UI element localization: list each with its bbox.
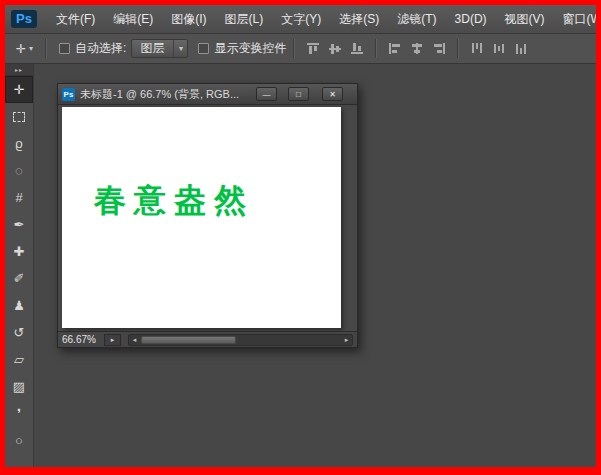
lasso-tool-icon: ϱ — [15, 136, 22, 151]
menu-file[interactable]: 文件(F) — [47, 5, 104, 33]
menu-3d[interactable]: 3D(D) — [446, 5, 496, 33]
tools-panel-collapse-button[interactable]: ▸▸ — [5, 64, 33, 76]
document-canvas[interactable]: 春意盎然 — [62, 107, 341, 328]
distribute-bottom-edges-icon[interactable] — [511, 39, 530, 58]
menu-layer[interactable]: 图层(L) — [216, 5, 273, 33]
canvas-text: 春意盎然 — [94, 179, 254, 223]
scroll-right-arrow-icon[interactable]: ▸ — [341, 335, 352, 345]
crop-tool-icon: # — [15, 190, 22, 205]
show-transform-controls-label: 显示变换控件 — [214, 40, 286, 57]
history-brush-tool-icon: ↺ — [14, 325, 25, 340]
distribute-top-edges-icon[interactable] — [467, 39, 486, 58]
photoshop-logo-icon: Ps — [11, 10, 37, 28]
align-vertical-centers-icon[interactable] — [325, 39, 344, 58]
document-title: 未标题-1 @ 66.7% (背景, RGB... — [80, 87, 245, 102]
close-icon: ✕ — [329, 90, 336, 99]
spot-healing-brush-tool-icon: ✚ — [14, 244, 25, 259]
quick-selection-tool[interactable]: ◌ — [5, 157, 33, 184]
rectangular-marquee-tool[interactable] — [5, 103, 33, 130]
eraser-tool-icon: ▱ — [14, 352, 24, 367]
separator — [293, 39, 294, 58]
status-info-button[interactable]: ▸ — [104, 334, 121, 346]
rectangular-marquee-tool-icon — [13, 112, 25, 122]
minimize-button[interactable]: — — [256, 87, 277, 101]
quick-selection-tool-icon: ◌ — [15, 163, 23, 178]
crop-tool[interactable]: # — [5, 184, 33, 211]
clone-stamp-tool[interactable]: ♟ — [5, 292, 33, 319]
auto-select-target-value: 图层 — [132, 40, 173, 57]
dodge-tool[interactable]: ○ — [5, 427, 33, 454]
options-bar: ✛ ▾ 自动选择: 图层 ▾ 显示变换控件 — [5, 34, 596, 64]
document-window: Ps 未标题-1 @ 66.7% (背景, RGB... — □ ✕ 春意盎然 … — [57, 83, 358, 348]
menu-filter[interactable]: 滤镜(T) — [388, 5, 445, 33]
menu-edit[interactable]: 编辑(E) — [104, 5, 162, 33]
document-status-bar: 66.67% ▸ ◂ ▸ — [58, 331, 357, 347]
tool-preset-picker[interactable]: ✛ ▾ — [11, 40, 38, 58]
align-centers-group — [385, 39, 448, 58]
brush-tool[interactable]: ✐ — [5, 265, 33, 292]
show-transform-controls-checkbox[interactable] — [198, 43, 209, 54]
menu-select[interactable]: 选择(S) — [330, 5, 388, 33]
clone-stamp-tool-icon: ♟ — [13, 298, 25, 313]
align-top-edges-icon[interactable] — [303, 39, 322, 58]
eraser-tool[interactable]: ▱ — [5, 346, 33, 373]
maximize-button[interactable]: □ — [288, 87, 309, 101]
distribute-vertical-centers-icon[interactable] — [489, 39, 508, 58]
align-right-edges-icon[interactable] — [429, 39, 448, 58]
photoshop-window: Ps 文件(F) 编辑(E) 图像(I) 图层(L) 文字(Y) 选择(S) 滤… — [0, 0, 601, 475]
zoom-level-field[interactable]: 66.67% — [62, 334, 104, 345]
workspace: ▸▸ ✛ ϱ ◌ # ✒ ✚ ✐ ♟ ↺ ▱ ▨ ❜ ○ Ps 未标题-1 @ … — [5, 64, 596, 467]
gradient-tool[interactable]: ▨ — [5, 373, 33, 400]
scroll-left-arrow-icon[interactable]: ◂ — [129, 335, 140, 345]
blur-tool[interactable]: ❜ — [5, 400, 33, 427]
auto-select-checkbox[interactable] — [59, 43, 70, 54]
chevron-down-icon: ▾ — [29, 44, 33, 53]
scrollbar-thumb[interactable] — [141, 336, 236, 344]
document-pasteboard: 春意盎然 — [58, 105, 357, 331]
document-ps-icon: Ps — [62, 88, 75, 101]
menu-bar: Ps 文件(F) 编辑(E) 图像(I) 图层(L) 文字(Y) 选择(S) 滤… — [5, 5, 596, 34]
chevron-down-icon: ▾ — [173, 40, 187, 57]
tools-panel: ▸▸ ✛ ϱ ◌ # ✒ ✚ ✐ ♟ ↺ ▱ ▨ ❜ ○ — [5, 64, 34, 467]
triangle-right-icon: ▸ — [111, 336, 115, 344]
eyedropper-tool-icon: ✒ — [14, 217, 25, 232]
auto-select-label: 自动选择: — [75, 40, 126, 57]
menu-image[interactable]: 图像(I) — [162, 5, 215, 33]
move-tool-icon: ✛ — [14, 82, 25, 97]
history-brush-tool[interactable]: ↺ — [5, 319, 33, 346]
minimize-icon: — — [263, 90, 271, 99]
separator — [457, 39, 458, 58]
collapse-arrows-icon: ▸▸ — [15, 66, 23, 73]
document-titlebar[interactable]: Ps 未标题-1 @ 66.7% (背景, RGB... — □ ✕ — [58, 84, 357, 105]
menu-type[interactable]: 文字(Y) — [272, 5, 330, 33]
align-edges-group — [303, 39, 366, 58]
menu-window[interactable]: 窗口(W) — [554, 5, 601, 33]
separator — [375, 39, 376, 58]
move-tool-preset-icon: ✛ — [16, 42, 26, 56]
gradient-tool-icon: ▨ — [13, 379, 25, 394]
move-tool[interactable]: ✛ — [5, 76, 33, 103]
align-left-edges-icon[interactable] — [385, 39, 404, 58]
horizontal-scrollbar[interactable]: ◂ ▸ — [128, 334, 353, 346]
spot-healing-brush-tool[interactable]: ✚ — [5, 238, 33, 265]
maximize-icon: □ — [296, 90, 301, 99]
distribute-group — [467, 39, 530, 58]
close-button[interactable]: ✕ — [322, 87, 343, 101]
auto-select-target-dropdown[interactable]: 图层 ▾ — [131, 39, 188, 58]
eyedropper-tool[interactable]: ✒ — [5, 211, 33, 238]
separator — [45, 39, 46, 58]
menu-items: 文件(F) 编辑(E) 图像(I) 图层(L) 文字(Y) 选择(S) 滤镜(T… — [47, 5, 601, 33]
blur-tool-icon: ❜ — [17, 406, 21, 421]
dodge-tool-icon: ○ — [15, 433, 23, 448]
lasso-tool[interactable]: ϱ — [5, 130, 33, 157]
align-horizontal-centers-icon[interactable] — [407, 39, 426, 58]
brush-tool-icon: ✐ — [14, 271, 25, 286]
align-bottom-edges-icon[interactable] — [347, 39, 366, 58]
menu-view[interactable]: 视图(V) — [496, 5, 554, 33]
